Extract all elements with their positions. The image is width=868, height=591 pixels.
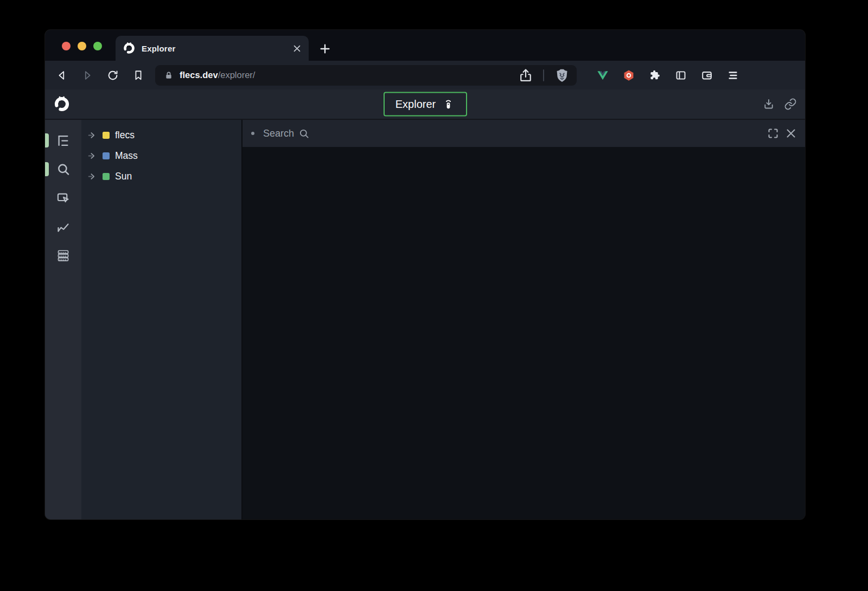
desktop-background: Explorer <box>0 0 868 591</box>
download-button[interactable] <box>762 98 775 111</box>
expand-arrow-icon[interactable] <box>88 131 97 140</box>
tool-rail <box>45 120 81 519</box>
minimize-window-button[interactable] <box>78 42 86 50</box>
tab-close-icon[interactable] <box>292 44 302 53</box>
extensions-puzzle-icon[interactable] <box>649 69 661 81</box>
search-panel: Search <box>241 120 805 519</box>
search-panel-title: Search <box>263 128 294 139</box>
wallet-icon[interactable] <box>701 69 713 81</box>
back-button[interactable] <box>53 66 71 85</box>
search-panel-header: Search <box>242 120 805 147</box>
tree-item-flecs[interactable]: flecs <box>81 125 241 145</box>
tree-item-label: Sun <box>115 171 132 182</box>
address-bar[interactable]: flecs.dev/explorer/ <box>155 65 577 86</box>
extension-hexagon-icon[interactable] <box>623 69 635 81</box>
lock-icon[interactable] <box>164 71 173 80</box>
browser-window: Explorer <box>45 30 805 519</box>
sidebar-toggle-icon[interactable] <box>675 69 687 81</box>
extension-row <box>597 69 739 81</box>
tab-bar: Explorer <box>45 30 805 61</box>
tree-item-label: Mass <box>115 150 138 162</box>
new-tab-button[interactable] <box>319 43 331 55</box>
flecs-logo-icon[interactable] <box>53 95 71 113</box>
toolbar-separator <box>543 69 544 81</box>
brave-shields-icon[interactable] <box>554 67 570 83</box>
entity-color-swatch <box>103 173 110 180</box>
fullscreen-button[interactable] <box>767 127 780 140</box>
vue-devtools-icon[interactable] <box>597 69 609 81</box>
stats-panel-button[interactable] <box>55 218 72 235</box>
module-color-swatch <box>103 132 110 139</box>
remote-connection-icon <box>442 98 455 111</box>
browser-toolbar: flecs.dev/explorer/ <box>45 61 805 89</box>
url-domain: flecs.dev <box>180 70 218 80</box>
entity-tree-panel: flecs Mass <box>81 120 241 519</box>
tree-item-mass[interactable]: Mass <box>81 145 241 166</box>
page-title: Explorer <box>395 98 436 111</box>
panel-status-dot-icon <box>251 132 254 135</box>
header-actions <box>762 98 797 111</box>
menu-hamburger-icon[interactable] <box>727 69 739 81</box>
search-results-area <box>242 147 805 519</box>
search-icon <box>299 129 309 139</box>
expand-arrow-icon[interactable] <box>88 172 97 181</box>
close-panel-button[interactable] <box>784 127 797 140</box>
share-icon[interactable] <box>518 68 533 83</box>
connection-status-box[interactable]: Explorer <box>384 92 467 117</box>
flecs-favicon-icon <box>123 42 136 55</box>
explorer-content: flecs Mass <box>45 120 805 519</box>
active-panel-indicator <box>45 133 49 147</box>
tree-item-label: flecs <box>115 130 135 141</box>
query-panel-button[interactable] <box>55 160 72 178</box>
copy-link-button[interactable] <box>784 98 797 111</box>
page-header: Explorer <box>45 89 805 120</box>
url-path: /explorer/ <box>218 70 256 80</box>
bookmark-icon[interactable] <box>129 66 148 85</box>
expand-arrow-icon[interactable] <box>88 151 97 160</box>
forward-button[interactable] <box>78 66 97 85</box>
reload-button[interactable] <box>104 66 122 85</box>
component-color-swatch <box>103 152 110 159</box>
tree-item-sun[interactable]: Sun <box>81 166 241 187</box>
active-panel-indicator <box>45 162 49 176</box>
close-window-button[interactable] <box>62 42 71 50</box>
tables-panel-button[interactable] <box>55 247 72 264</box>
url-text: flecs.dev/explorer/ <box>180 70 255 80</box>
browser-tab-explorer[interactable]: Explorer <box>116 36 309 61</box>
tab-title: Explorer <box>142 44 286 53</box>
zoom-window-button[interactable] <box>93 42 102 50</box>
window-controls <box>62 42 102 50</box>
tree-panel-button[interactable] <box>55 132 72 149</box>
inspect-panel-button[interactable] <box>55 189 72 207</box>
